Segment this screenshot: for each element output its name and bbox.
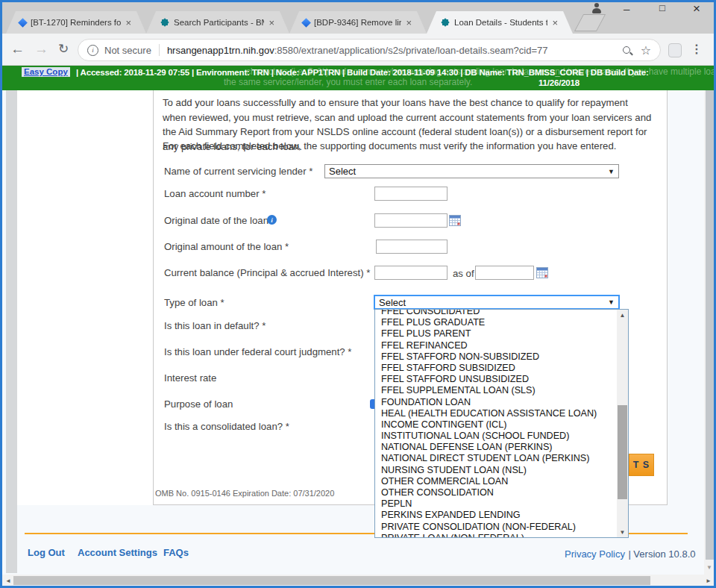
tab-bt-1270[interactable]: [BT-1270] Reminders for × xyxy=(6,11,146,34)
balance-input[interactable] xyxy=(374,266,448,280)
lender-select-value: Select xyxy=(329,166,356,177)
vertical-scrollbar-thumb[interactable] xyxy=(706,78,714,560)
profile-icon[interactable] xyxy=(591,3,602,13)
dropdown-option[interactable]: FFEL STAFFORD UNSUBSIDIZED xyxy=(375,374,618,385)
lender-select[interactable]: Select ▼ xyxy=(324,164,619,178)
close-tab-icon[interactable]: × xyxy=(406,18,412,28)
left-gutter-strip xyxy=(6,90,17,573)
dropdown-options-list: FFEL CONSOLIDATED FFEL PLUS GRADUATE FFE… xyxy=(375,309,618,538)
security-label: Not secure xyxy=(104,45,151,56)
dropdown-option[interactable]: INCOME CONTINGENT (ICL) xyxy=(375,419,618,431)
close-window-button[interactable]: × xyxy=(693,2,700,15)
left-page-background xyxy=(17,90,153,505)
privacy-policy-link[interactable]: Privacy Policy xyxy=(565,548,625,560)
environment-banner: characters (i.e. $, %) and commas when e… xyxy=(0,66,716,90)
jira-icon xyxy=(18,18,28,28)
dropdown-option[interactable]: PEPLN xyxy=(375,498,618,510)
tab-bdp-9346[interactable]: [BDP-9346] Remove link × xyxy=(289,11,427,34)
logout-link[interactable]: Log Out xyxy=(28,547,65,558)
scroll-up-icon[interactable]: ▲ xyxy=(617,310,628,320)
as-of-label: as of xyxy=(453,268,474,279)
close-tab-icon[interactable]: × xyxy=(268,18,274,28)
omb-expiration-text: OMB No. 0915-0146 Expiration Date: 07/31… xyxy=(155,489,334,498)
url-path: :8580/extranet/application/s2s/private/l… xyxy=(274,45,623,56)
scroll-left-icon[interactable]: ◄ xyxy=(3,575,13,586)
dropdown-option[interactable]: FFEL SUPPLEMENTAL LOAN (SLS) xyxy=(375,385,618,396)
account-number-input[interactable] xyxy=(374,187,448,201)
minimize-button[interactable]: – xyxy=(624,3,629,14)
tab-loan-details-active[interactable]: Loan Details - Students t × xyxy=(427,11,573,34)
dropdown-option[interactable]: FFEL PLUS PARENT xyxy=(375,328,618,340)
save-documents-button[interactable]: T S xyxy=(629,454,654,476)
close-tab-icon[interactable]: × xyxy=(125,18,131,28)
orig-date-label: Original date of the loan * xyxy=(164,215,275,226)
tab-search-participants[interactable]: Search Participants - BMI × xyxy=(146,11,289,34)
zoom-icon[interactable] xyxy=(623,46,630,54)
maximize-button[interactable]: □ xyxy=(659,3,665,13)
scroll-right-icon[interactable]: ► xyxy=(703,575,714,586)
interest-rate-label: Interest rate xyxy=(164,372,216,384)
forward-icon[interactable]: → xyxy=(34,42,48,56)
easy-copy-link[interactable]: Easy Copy xyxy=(22,67,70,77)
extension-icon[interactable] xyxy=(668,43,682,57)
orig-date-info-icon[interactable]: i xyxy=(267,215,277,225)
default-label: Is this loan in default? * xyxy=(164,320,266,331)
orig-amount-input[interactable] xyxy=(376,240,448,254)
back-icon[interactable]: ← xyxy=(10,42,25,56)
address-bar[interactable]: i Not secure hrsangenapp1trn.nih.gov :85… xyxy=(78,39,661,61)
dropdown-option[interactable]: HEAL (HEALTH EDUCATION ASSISTANCE LOAN) xyxy=(375,408,618,419)
bmiss-app-icon xyxy=(440,18,450,28)
orig-date-input[interactable] xyxy=(374,213,448,228)
close-tab-icon[interactable]: × xyxy=(552,18,558,28)
dropdown-option[interactable]: FFEL PLUS GRADUATE xyxy=(375,317,618,328)
browser-menu-icon[interactable]: ⋮ xyxy=(691,42,703,56)
dropdown-option[interactable]: FFEL STAFFORD SUBSIDIZED xyxy=(375,363,618,374)
bookmark-star-icon[interactable]: ☆ xyxy=(641,43,651,57)
calendar-icon[interactable] xyxy=(536,266,548,278)
dropdown-option[interactable]: FFEL REFINANCED xyxy=(375,340,618,351)
bmiss-app-icon xyxy=(160,18,169,28)
supporting-docs-paragraph: For each field completed below, the supp… xyxy=(163,139,653,154)
orig-amount-label: Original amount of the loan * xyxy=(164,241,289,252)
dropdown-option[interactable]: OTHER COMMERCIAL LOAN xyxy=(375,476,618,487)
page-info-icon[interactable]: i xyxy=(87,45,98,56)
dropdown-option[interactable]: PERKINS EXPANDED LENDING xyxy=(375,510,618,521)
loan-type-dropdown: FFEL CONSOLIDATED FFEL PLUS GRADUATE FFE… xyxy=(374,309,629,538)
dropdown-option[interactable]: INSTITUTIONAL LOAN (SCHOOL FUNDED) xyxy=(375,431,618,442)
as-of-date-input[interactable] xyxy=(475,266,534,280)
dropdown-option[interactable]: FFEL CONSOLIDATED xyxy=(375,309,618,317)
banner-db-build-date: 11/26/2018 xyxy=(538,78,580,87)
balance-label: Current balance (Principal & accrued Int… xyxy=(164,267,370,278)
scroll-down-icon[interactable]: ▼ xyxy=(617,527,628,537)
consolidated-label: Is this a consolidated loan? * xyxy=(164,421,289,432)
dropdown-option[interactable]: PRIVATE LOAN (NON-FEDERAL) xyxy=(375,533,618,538)
horizontal-scrollbar-thumb[interactable] xyxy=(13,576,650,585)
dropdown-option[interactable]: NATIONAL DEFENSE LOAN (PERKINS) xyxy=(375,442,618,453)
dropdown-option[interactable]: OTHER CONSOLIDATION xyxy=(375,487,618,498)
purpose-label: Purpose of loan xyxy=(164,398,233,410)
scroll-down-icon[interactable]: ▼ xyxy=(704,562,715,572)
dropdown-option[interactable]: NATIONAL DIRECT STUDENT LOAN (PERKINS) xyxy=(375,453,618,464)
loan-type-label: Type of loan * xyxy=(164,297,224,308)
dropdown-option[interactable]: FOUNDATION LOAN xyxy=(375,397,618,408)
faqs-link[interactable]: FAQs xyxy=(163,547,189,558)
dropdown-scrollbar-thumb[interactable] xyxy=(618,405,627,499)
lender-label: Name of current servicing lender * xyxy=(164,166,313,177)
jira-icon xyxy=(301,18,311,28)
loan-type-select-value: Select xyxy=(379,297,406,308)
dropdown-option[interactable]: FFEL STAFFORD NON-SUBSIDIZED xyxy=(375,351,618,363)
loan-type-select[interactable]: Select ▼ xyxy=(374,295,620,310)
tab-title: [BDP-9346] Remove link xyxy=(314,18,401,27)
tab-title: [BT-1270] Reminders for xyxy=(31,18,121,27)
version-text: | Version 10.8.0 xyxy=(628,548,695,560)
judgment-label: Is this loan under federal court judgmen… xyxy=(164,346,351,357)
dropdown-scrollbar[interactable]: ▲ ▼ xyxy=(617,310,628,537)
url-host: hrsangenapp1trn.nih.gov xyxy=(167,45,274,56)
refresh-icon[interactable]: ↻ xyxy=(58,43,69,55)
account-settings-link[interactable]: Account Settings xyxy=(78,547,157,558)
dropdown-option[interactable]: NURSING STUDENT LOAN (NSL) xyxy=(375,465,618,476)
calendar-icon[interactable] xyxy=(449,214,461,226)
tab-title: Loan Details - Students t xyxy=(454,18,547,27)
omnibox-separator xyxy=(159,44,160,56)
dropdown-option[interactable]: PRIVATE CONSOLIDATION (NON-FEDERAL) xyxy=(375,522,618,533)
